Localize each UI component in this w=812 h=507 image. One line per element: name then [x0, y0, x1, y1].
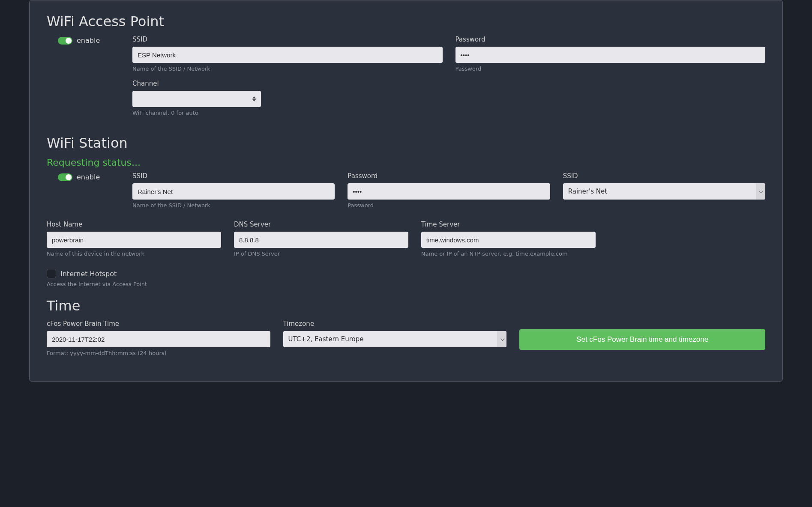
ap-channel-input[interactable] — [132, 91, 261, 107]
ap-password-help: Password — [455, 66, 766, 72]
config-card: WiFi Access Point enable SSID Name of th… — [29, 0, 783, 382]
dns-server-input[interactable] — [234, 232, 408, 248]
station-ssid-select-value: Rainer's Net — [563, 183, 765, 200]
device-time-label: cFos Power Brain Time — [47, 320, 270, 328]
internet-hotspot-checkbox[interactable] — [47, 269, 56, 278]
station-ssid-label: SSID — [132, 172, 335, 180]
ap-ssid-input[interactable] — [132, 47, 443, 63]
heading-wifi-station: WiFi Station — [47, 135, 765, 151]
dns-server-help: IP of DNS Server — [234, 251, 408, 257]
station-ssid-input[interactable] — [132, 183, 335, 200]
internet-hotspot-help: Access the Internet via Access Point — [47, 281, 765, 287]
station-password-label: Password — [348, 172, 550, 180]
station-password-help: Password — [348, 202, 550, 209]
ap-password-label: Password — [455, 36, 766, 43]
heading-wifi-ap: WiFi Access Point — [47, 13, 765, 30]
ap-ssid-label: SSID — [132, 36, 443, 43]
set-time-button[interactable]: Set cFos Power Brain time and timezone — [519, 329, 765, 350]
host-name-help: Name of this device in the network — [47, 251, 221, 257]
timezone-select[interactable]: UTC+2, Eastern Europe — [283, 331, 507, 347]
time-server-help: Name or IP of an NTP server, e.g. time.e… — [421, 251, 596, 257]
ap-enable-toggle[interactable]: enable — [58, 36, 100, 45]
dns-server-label: DNS Server — [234, 221, 408, 228]
ap-password-input[interactable] — [455, 47, 766, 63]
device-time-help: Format: yyyy-mm-ddThh:mm:ss (24 hours) — [47, 350, 270, 356]
ap-ssid-help: Name of the SSID / Network — [132, 66, 443, 72]
internet-hotspot-label: Internet Hotspot — [60, 270, 117, 278]
toggle-on-icon — [58, 173, 72, 181]
station-status-text: Requesting status... — [47, 157, 765, 168]
station-ssid-select-label: SSID — [563, 172, 765, 180]
timezone-select-value: UTC+2, Eastern Europe — [283, 331, 507, 347]
station-ssid-select[interactable]: Rainer's Net — [563, 183, 765, 200]
station-ssid-help: Name of the SSID / Network — [132, 202, 335, 209]
timezone-label: Timezone — [283, 320, 507, 328]
device-time-input[interactable] — [47, 331, 270, 347]
host-name-label: Host Name — [47, 221, 221, 228]
toggle-on-icon — [58, 37, 72, 45]
time-server-label: Time Server — [421, 221, 596, 228]
heading-time: Time — [47, 298, 765, 314]
ap-channel-help: WiFi channel, 0 for auto — [132, 110, 261, 116]
time-server-input[interactable] — [421, 232, 596, 248]
station-enable-toggle[interactable]: enable — [58, 173, 100, 181]
ap-channel-label: Channel — [132, 80, 261, 87]
station-enable-label: enable — [77, 173, 100, 181]
host-name-input[interactable] — [47, 232, 221, 248]
station-password-input[interactable] — [348, 183, 550, 200]
ap-enable-label: enable — [77, 36, 100, 45]
